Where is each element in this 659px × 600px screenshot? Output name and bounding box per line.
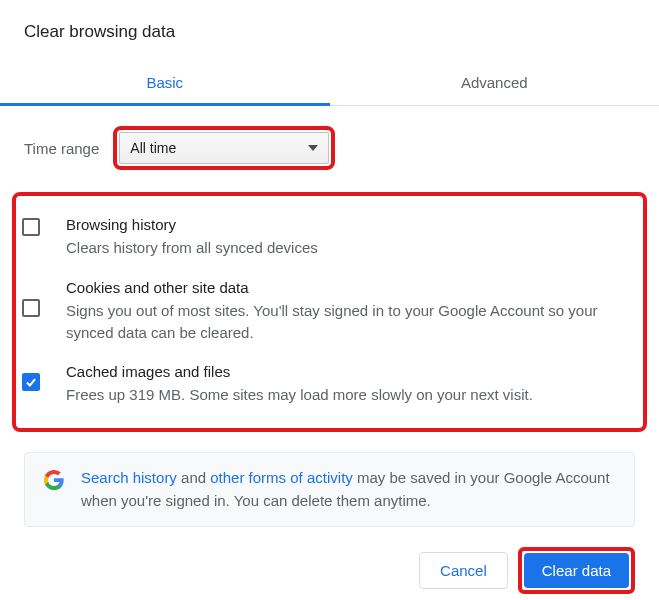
option-browsing-history: Browsing history Clears history from all… xyxy=(16,206,643,269)
time-range-value: All time xyxy=(130,140,176,156)
clear-data-button[interactable]: Clear data xyxy=(524,553,629,588)
dialog-buttons: Cancel Clear data xyxy=(0,527,659,600)
annotation-highlight: All time xyxy=(113,126,335,170)
option-title: Cached images and files xyxy=(66,363,619,380)
chevron-down-icon xyxy=(308,145,318,151)
option-title: Cookies and other site data xyxy=(66,279,619,296)
annotation-highlight: Clear data xyxy=(518,547,635,594)
option-description: Clears history from all synced devices xyxy=(66,237,619,259)
other-activity-link[interactable]: other forms of activity xyxy=(210,469,353,486)
dialog-content: Time range All time xyxy=(0,106,659,170)
clear-browsing-data-dialog: Clear browsing data Basic Advanced Time … xyxy=(0,0,659,600)
google-logo-icon xyxy=(43,469,65,491)
option-cache: Cached images and files Frees up 319 MB.… xyxy=(16,353,643,416)
search-history-link[interactable]: Search history xyxy=(81,469,177,486)
option-description: Signs you out of most sites. You'll stay… xyxy=(66,300,619,344)
option-title: Browsing history xyxy=(66,216,619,233)
checkbox-cache[interactable] xyxy=(22,373,40,391)
tab-basic[interactable]: Basic xyxy=(0,60,330,105)
tab-advanced[interactable]: Advanced xyxy=(330,60,660,105)
checkmark-icon xyxy=(24,374,38,390)
options-list: Browsing history Clears history from all… xyxy=(16,196,643,428)
checkbox-browsing-history[interactable] xyxy=(22,218,40,236)
google-account-info: Search history and other forms of activi… xyxy=(24,452,635,527)
annotation-highlight: Browsing history Clears history from all… xyxy=(12,192,647,432)
time-range-row: Time range All time xyxy=(24,126,635,170)
tabs: Basic Advanced xyxy=(0,60,659,106)
cancel-button[interactable]: Cancel xyxy=(419,552,508,589)
time-range-select[interactable]: All time xyxy=(119,132,329,164)
time-range-label: Time range xyxy=(24,140,99,157)
option-description: Frees up 319 MB. Some sites may load mor… xyxy=(66,384,619,406)
option-cookies: Cookies and other site data Signs you ou… xyxy=(16,269,643,354)
dialog-title: Clear browsing data xyxy=(0,0,659,60)
info-text: Search history and other forms of activi… xyxy=(81,467,616,512)
checkbox-cookies[interactable] xyxy=(22,299,40,317)
